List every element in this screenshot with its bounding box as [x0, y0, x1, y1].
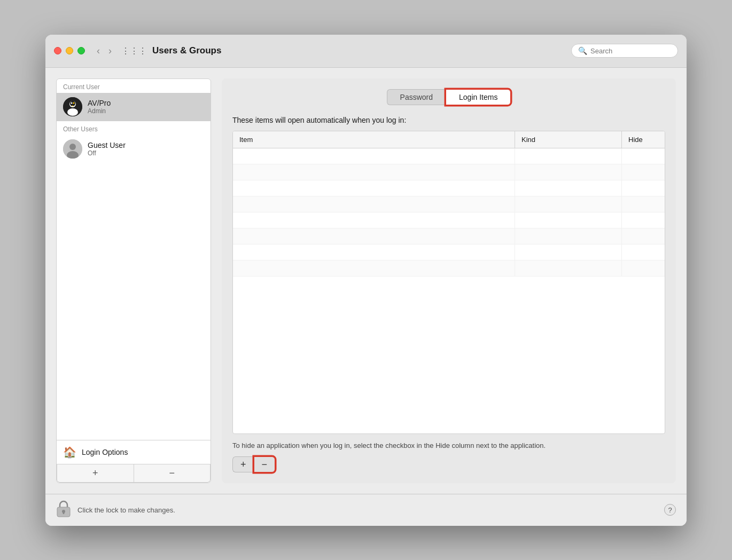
tab-password[interactable]: Password	[387, 89, 446, 105]
tab-login-items[interactable]: Login Items	[446, 89, 511, 105]
cell-kind	[515, 164, 622, 180]
cell-item	[233, 212, 515, 228]
sidebar-bottom-bar: + −	[57, 464, 211, 483]
description-text: These items will open automatically when…	[232, 116, 665, 124]
cell-hide	[622, 196, 665, 212]
table-row	[233, 228, 665, 244]
bottom-bar: Click the lock to make changes. ?	[45, 494, 687, 526]
cell-hide	[622, 228, 665, 244]
table-header: Item Kind Hide	[233, 131, 665, 148]
guest-name: Guest User	[88, 141, 126, 149]
cell-hide	[622, 212, 665, 228]
guest-role: Off	[88, 149, 126, 157]
avpro-name: AV/Pro	[88, 99, 111, 107]
cell-item	[233, 228, 515, 244]
avpro-role: Admin	[88, 107, 111, 115]
add-item-button[interactable]: +	[232, 456, 254, 472]
back-button[interactable]: ‹	[94, 44, 103, 58]
guest-user-info: Guest User Off	[88, 141, 126, 157]
search-box: 🔍	[571, 44, 678, 58]
close-button[interactable]	[54, 47, 61, 54]
user-list: Current User	[56, 78, 211, 483]
cell-kind	[515, 228, 622, 244]
cell-item	[233, 180, 515, 196]
home-icon: 🏠	[63, 446, 76, 459]
table-row	[233, 196, 665, 212]
titlebar: ‹ › ⋮⋮⋮ Users & Groups 🔍	[45, 35, 687, 68]
cell-kind	[515, 196, 622, 212]
user-item-guest[interactable]: Guest User Off	[57, 135, 211, 163]
add-remove-bar: + −	[232, 456, 665, 472]
search-icon: 🔍	[578, 46, 587, 55]
table-row	[233, 261, 665, 277]
other-users-label: Other Users	[57, 121, 211, 135]
cell-hide	[622, 180, 665, 196]
nav-buttons: ‹ ›	[94, 44, 115, 58]
cell-item	[233, 244, 515, 260]
tab-bar: Password Login Items	[232, 89, 665, 105]
avatar-avpro	[63, 97, 82, 116]
svg-point-5	[73, 102, 75, 104]
forward-button[interactable]: ›	[105, 44, 115, 58]
cell-kind	[515, 244, 622, 260]
lock-text: Click the lock to make changes.	[77, 506, 175, 514]
table-row	[233, 148, 665, 164]
cell-item	[233, 196, 515, 212]
minimize-button[interactable]	[66, 47, 73, 54]
table-body	[233, 148, 665, 434]
cell-item	[233, 148, 515, 164]
cell-kind	[515, 180, 622, 196]
avpro-user-info: AV/Pro Admin	[88, 99, 111, 115]
col-item: Item	[233, 131, 515, 148]
col-kind: Kind	[515, 131, 622, 148]
lock-icon-wrap	[56, 500, 71, 520]
window-title: Users & Groups	[152, 45, 571, 56]
cell-item	[233, 164, 515, 180]
traffic-lights	[54, 47, 85, 54]
lock-icon	[56, 500, 71, 518]
table-row	[233, 164, 665, 180]
sidebar: Current User	[56, 78, 211, 483]
remove-item-button[interactable]: −	[254, 456, 276, 472]
cell-hide	[622, 261, 665, 276]
grid-icon[interactable]: ⋮⋮⋮	[121, 46, 147, 56]
svg-point-8	[69, 144, 76, 150]
items-table: Item Kind Hide	[232, 131, 665, 435]
login-options-item[interactable]: 🏠 Login Options	[57, 440, 211, 464]
main-window: ‹ › ⋮⋮⋮ Users & Groups 🔍 Current User	[45, 35, 687, 526]
add-user-button[interactable]: +	[57, 464, 134, 482]
maximize-button[interactable]	[77, 47, 85, 54]
cell-item	[233, 261, 515, 276]
current-user-label: Current User	[57, 79, 211, 93]
cell-hide	[622, 148, 665, 164]
col-hide: Hide	[622, 131, 665, 148]
table-row	[233, 244, 665, 261]
right-panel: Password Login Items These items will op…	[222, 78, 676, 483]
cell-hide	[622, 244, 665, 260]
svg-rect-12	[63, 512, 65, 514]
user-item-avpro[interactable]: AV/Pro Admin	[57, 93, 211, 121]
cell-kind	[515, 212, 622, 228]
help-button[interactable]: ?	[664, 504, 676, 516]
footer-text: To hide an application when you log in, …	[232, 440, 665, 451]
search-input[interactable]	[590, 47, 671, 55]
cell-kind	[515, 148, 622, 164]
table-row	[233, 212, 665, 228]
cell-hide	[622, 164, 665, 180]
login-options-label: Login Options	[82, 448, 128, 456]
svg-point-2	[67, 108, 78, 116]
remove-user-button[interactable]: −	[134, 464, 211, 482]
avatar-guest	[63, 139, 82, 159]
svg-point-4	[71, 102, 73, 104]
cell-kind	[515, 261, 622, 276]
table-row	[233, 180, 665, 196]
main-content: Current User	[45, 68, 687, 494]
